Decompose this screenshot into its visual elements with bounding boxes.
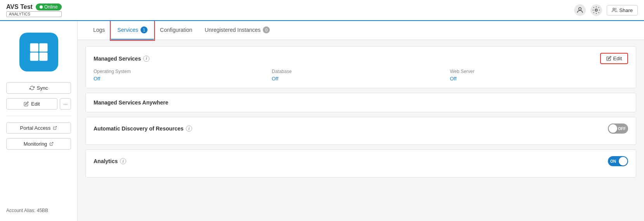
- analytics-card: Analytics i ON: [85, 150, 636, 177]
- monitoring-button[interactable]: Monitoring: [6, 138, 71, 150]
- portal-access-button[interactable]: Portal Access: [6, 122, 71, 134]
- svg-rect-6: [39, 52, 47, 61]
- status-dot: [40, 5, 43, 9]
- status-badge: Online: [36, 3, 62, 10]
- header: AVS Test Online ANALYTICS: [0, 0, 644, 21]
- app-icon: [19, 33, 58, 71]
- sidebar: Sync Edit ··· Portal Access Monitoring: [0, 21, 78, 221]
- main-layout: Sync Edit ··· Portal Access Monitoring: [0, 21, 644, 221]
- main-content: Logs Services 1 Configuration Unregister…: [78, 21, 644, 221]
- automatic-discovery-toggle[interactable]: OFF: [608, 124, 628, 134]
- share-button[interactable]: Share: [607, 5, 638, 16]
- tab-services[interactable]: Services 1: [111, 21, 154, 40]
- user-avatar-icon[interactable]: [574, 4, 586, 16]
- sidebar-divider-1: [6, 116, 71, 116]
- more-options-button[interactable]: ···: [60, 98, 71, 110]
- managed-services-card: Managed Services i Edit Operating System: [85, 46, 636, 88]
- webserver-service-col: Web Server Off: [450, 69, 628, 82]
- app-name: AVS Test: [6, 3, 33, 10]
- tab-content: Managed Services i Edit Operating System: [78, 40, 644, 184]
- app-icon-container: [6, 29, 71, 78]
- automatic-discovery-header: Automatic Discovery of Resources i OFF: [94, 124, 628, 134]
- managed-services-anywhere-title: Managed Services Anywhere: [94, 99, 628, 106]
- toggle-knob: [609, 124, 617, 133]
- edit-button[interactable]: Edit: [6, 98, 57, 110]
- os-service-header: Operating System: [94, 69, 272, 74]
- tabs-bar: Logs Services 1 Configuration Unregister…: [78, 21, 644, 40]
- sync-button[interactable]: Sync: [6, 82, 71, 94]
- toggle-on-label: ON: [610, 159, 616, 164]
- svg-line-8: [51, 142, 53, 144]
- analytics-title: Analytics i: [94, 158, 126, 164]
- os-service-col: Operating System Off: [94, 69, 272, 82]
- automatic-discovery-info-icon[interactable]: i: [186, 125, 192, 132]
- header-app-info: AVS Test Online ANALYTICS: [6, 3, 62, 17]
- account-alias: Account Alias: 45BB: [6, 205, 71, 213]
- analytics-badge: ANALYTICS: [6, 11, 62, 17]
- automatic-discovery-card: Automatic Discovery of Resources i OFF: [85, 117, 636, 145]
- svg-rect-3: [30, 44, 38, 52]
- managed-services-anywhere-card: Managed Services Anywhere: [85, 93, 636, 112]
- tab-configuration[interactable]: Configuration: [154, 21, 198, 39]
- managed-services-columns: Operating System Off Database Off Web Se…: [94, 69, 628, 82]
- svg-line-7: [55, 126, 57, 128]
- db-service-header: Database: [272, 69, 450, 74]
- webserver-service-header: Web Server: [450, 69, 628, 74]
- db-service-col: Database Off: [272, 69, 450, 82]
- analytics-toggle[interactable]: ON: [608, 156, 628, 166]
- toggle-knob-on: [619, 157, 627, 165]
- automatic-discovery-toggle-container: OFF: [608, 124, 628, 134]
- analytics-header: Analytics i ON: [94, 156, 628, 166]
- managed-services-title: Managed Services i: [94, 56, 149, 62]
- automatic-discovery-title: Automatic Discovery of Resources i: [94, 125, 192, 132]
- svg-point-1: [595, 9, 598, 11]
- tab-unregistered-instances[interactable]: Unregistered Instances 0: [198, 21, 276, 40]
- managed-services-header: Managed Services i Edit: [94, 53, 628, 64]
- os-service-value: Off: [94, 76, 272, 82]
- analytics-toggle-container: ON: [608, 156, 628, 166]
- edit-row: Edit ···: [6, 98, 71, 110]
- svg-point-2: [613, 8, 615, 10]
- analytics-info-icon[interactable]: i: [120, 158, 126, 164]
- header-right: Share: [574, 4, 638, 16]
- header-left: AVS Test Online ANALYTICS: [6, 3, 62, 17]
- managed-services-info-icon[interactable]: i: [143, 56, 149, 62]
- svg-point-0: [579, 7, 582, 10]
- services-tab-badge: 1: [141, 26, 148, 33]
- unregistered-tab-badge: 0: [263, 26, 270, 33]
- toggle-off-label: OFF: [618, 127, 626, 131]
- svg-rect-5: [30, 52, 38, 61]
- db-service-value: Off: [272, 76, 450, 82]
- managed-services-edit-button[interactable]: Edit: [600, 53, 628, 64]
- svg-rect-4: [39, 44, 47, 52]
- settings-icon[interactable]: [590, 4, 602, 16]
- webserver-service-value: Off: [450, 76, 628, 82]
- tab-logs[interactable]: Logs: [87, 21, 111, 39]
